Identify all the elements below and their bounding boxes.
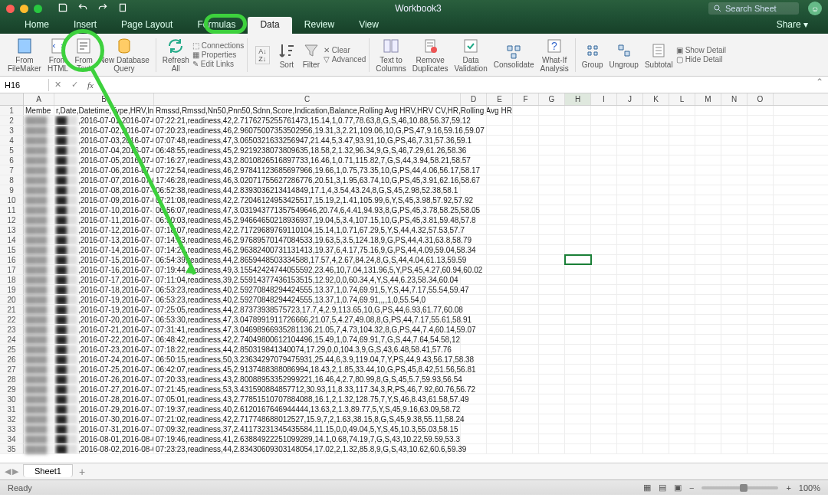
cell[interactable] xyxy=(617,444,643,453)
column-header-H[interactable]: H xyxy=(565,93,591,105)
cell[interactable] xyxy=(591,175,617,185)
cell[interactable] xyxy=(487,285,513,294)
cell[interactable] xyxy=(513,215,539,224)
cell[interactable]: ██,2016-07-16,2016-07-16 xyxy=(54,265,154,274)
cell[interactable] xyxy=(487,225,513,234)
cell[interactable] xyxy=(748,404,774,414)
row-header[interactable]: 21 xyxy=(0,305,24,314)
row-header[interactable]: 18 xyxy=(0,275,24,284)
cell[interactable] xyxy=(617,185,643,195)
cell[interactable] xyxy=(721,394,748,404)
cell[interactable] xyxy=(461,325,487,334)
cell[interactable] xyxy=(643,345,669,354)
cell[interactable] xyxy=(617,275,643,284)
cell[interactable] xyxy=(487,335,513,344)
cell[interactable]: 07:22:54,readiness,46,2.9784112368569796… xyxy=(154,165,461,175)
cell[interactable] xyxy=(591,434,617,443)
cell[interactable] xyxy=(461,275,487,284)
cell[interactable] xyxy=(617,225,643,234)
cell[interactable]: ████ xyxy=(24,136,54,145)
cell[interactable] xyxy=(695,245,721,254)
undo-icon[interactable] xyxy=(77,2,88,15)
cell[interactable] xyxy=(565,345,591,354)
cell[interactable] xyxy=(617,146,643,155)
sheet-tab-sheet1[interactable]: Sheet1 xyxy=(23,464,73,477)
cell[interactable] xyxy=(748,285,774,294)
cell[interactable] xyxy=(591,375,617,384)
row-header[interactable]: 22 xyxy=(0,315,24,324)
cell[interactable] xyxy=(695,365,721,374)
cell[interactable] xyxy=(565,265,591,274)
cell[interactable] xyxy=(513,136,539,145)
cell[interactable] xyxy=(643,315,669,324)
cell[interactable]: 07:16:27,readiness,43,2.8010826516897733… xyxy=(154,155,461,165)
cell[interactable]: ██,2016-07-31,2016-07-31 xyxy=(54,424,154,434)
cell[interactable] xyxy=(669,175,695,185)
cell[interactable] xyxy=(748,365,774,374)
cell[interactable] xyxy=(695,335,721,344)
cell[interactable] xyxy=(487,265,513,274)
row-header[interactable]: 30 xyxy=(0,394,24,404)
cell[interactable] xyxy=(461,245,487,254)
cell[interactable] xyxy=(669,295,695,304)
tab-formulas[interactable]: Formulas xyxy=(185,17,248,34)
cell[interactable] xyxy=(565,106,591,115)
connections-link[interactable]: ⬚ Connections xyxy=(192,41,245,50)
cell[interactable] xyxy=(748,345,774,354)
cell[interactable]: ████ xyxy=(24,235,54,244)
cell[interactable] xyxy=(487,126,513,135)
subtotal-button[interactable]: Subtotal xyxy=(642,40,676,70)
cell[interactable]: ████ xyxy=(24,195,54,205)
cell[interactable]: ████ xyxy=(24,295,54,304)
cell[interactable] xyxy=(513,335,539,344)
cell[interactable]: ██,2016-07-25,2016-07-25 xyxy=(54,365,154,374)
cell[interactable] xyxy=(721,424,748,434)
cell[interactable] xyxy=(748,295,774,304)
cell[interactable] xyxy=(748,414,774,424)
row-header[interactable]: 6 xyxy=(0,155,24,165)
cell[interactable] xyxy=(695,414,721,424)
cell[interactable] xyxy=(565,444,591,453)
cell[interactable] xyxy=(748,255,774,264)
cell[interactable] xyxy=(669,275,695,284)
cell[interactable] xyxy=(565,136,591,145)
cell[interactable]: ████ xyxy=(24,165,54,175)
from-html-button[interactable]: From HTML xyxy=(44,35,71,74)
cell[interactable]: ██,2016-07-21,2016-07-21 xyxy=(54,325,154,334)
cell[interactable] xyxy=(487,165,513,175)
cell[interactable] xyxy=(591,245,617,254)
cell[interactable]: ██,2016-07-15,2016-07-15 xyxy=(54,255,154,264)
cell[interactable] xyxy=(565,275,591,284)
cell[interactable] xyxy=(565,305,591,314)
column-header-O[interactable]: O xyxy=(748,93,774,105)
cell[interactable] xyxy=(695,225,721,234)
tab-review[interactable]: Review xyxy=(292,17,347,34)
cell[interactable] xyxy=(748,325,774,334)
cell[interactable] xyxy=(643,245,669,254)
cell[interactable] xyxy=(539,315,565,324)
row-header[interactable]: 20 xyxy=(0,295,24,304)
row-header[interactable]: 25 xyxy=(0,345,24,354)
cell[interactable] xyxy=(695,175,721,185)
cell[interactable] xyxy=(669,424,695,434)
cell[interactable] xyxy=(721,195,748,205)
cell[interactable] xyxy=(487,375,513,384)
maximize-window-button[interactable] xyxy=(34,5,42,13)
cell[interactable]: ████ xyxy=(24,155,54,165)
cell[interactable]: ████ xyxy=(24,225,54,234)
cell[interactable]: 06:53:30,readiness,47,3.0478991911726666… xyxy=(154,315,461,324)
cell[interactable] xyxy=(695,325,721,334)
cell[interactable]: ████ xyxy=(24,325,54,334)
cell[interactable] xyxy=(591,235,617,244)
cell[interactable] xyxy=(565,315,591,324)
row-header[interactable]: 13 xyxy=(0,225,24,234)
column-header-C[interactable]: C xyxy=(154,93,461,105)
cell[interactable] xyxy=(721,335,748,344)
row-header[interactable]: 32 xyxy=(0,414,24,424)
fx-icon[interactable]: fx xyxy=(83,80,98,90)
cell[interactable] xyxy=(748,165,774,175)
cell[interactable] xyxy=(591,116,617,125)
cell[interactable] xyxy=(591,155,617,165)
cell[interactable] xyxy=(591,355,617,364)
cell[interactable] xyxy=(695,424,721,434)
